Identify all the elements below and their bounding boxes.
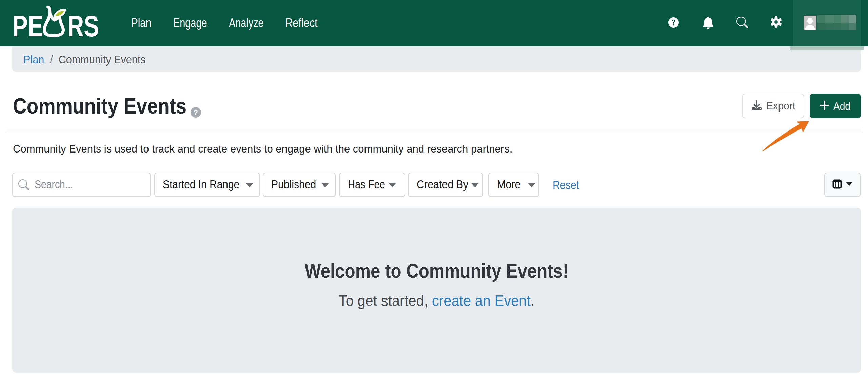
- svg-text:RS: RS: [67, 10, 99, 42]
- svg-text:PE: PE: [13, 9, 43, 43]
